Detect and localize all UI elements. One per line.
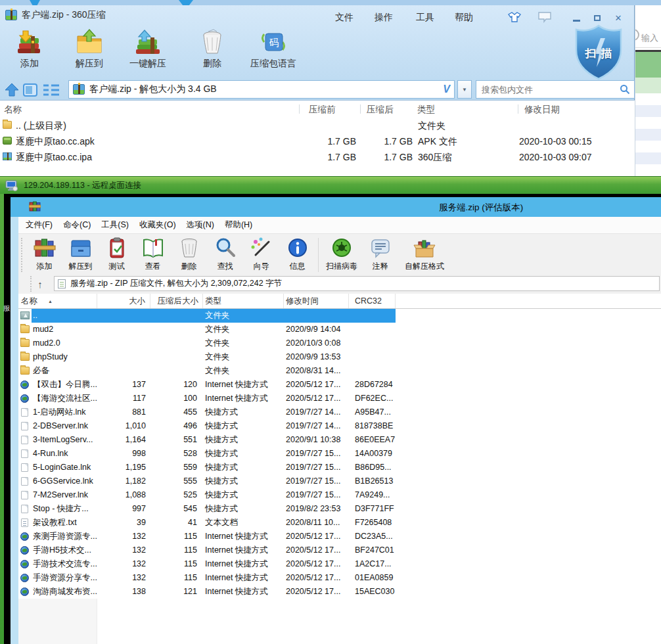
address-bar[interactable]: 客户端.zip - 解包大小为 3.4 GB V (68, 80, 455, 99)
up-icon[interactable] (4, 82, 20, 98)
col-type[interactable]: 类型 (203, 294, 284, 308)
table-row[interactable]: 手游资源分享专... 132 115 Internet 快捷方式 2020/5/… (18, 571, 661, 585)
file-size: 132 (97, 530, 150, 543)
rar-delete-label: 删除 (181, 261, 197, 272)
rar-test-button[interactable]: 测试 (99, 237, 135, 272)
col-date[interactable]: 修改日期 (524, 104, 560, 116)
minimize-button[interactable] (568, 12, 585, 24)
menu-commands[interactable]: 命令(C) (58, 219, 96, 231)
winrar-address-bar[interactable]: 服务端.zip - ZIP 压缩文件, 解包大小为 2,309,072,242 … (54, 276, 660, 291)
rdp-titlebar[interactable]: 129.204.189.113 - 远程桌面连接 (0, 176, 661, 194)
file-packed-size: 555 (150, 474, 203, 488)
table-row[interactable]: 架设教程.txt 39 41 文本文档 2020/8/11 10... F726… (18, 516, 661, 530)
file-name: 【海游交流社区... (18, 392, 97, 405)
titlebar-360[interactable]: 客户端.zip - 360压缩 文件 操作 工具 帮助 ✕ (0, 5, 634, 25)
rar-sfx-button[interactable]: 自解压格式 (398, 237, 451, 272)
menu-file[interactable]: 文件(F) (20, 219, 58, 231)
winrar-titlebar[interactable]: 服务端.zip (评估版本) (11, 197, 661, 217)
rar-virusscan-icon (330, 237, 353, 260)
archive-language-button[interactable]: 码 压缩包语言 (240, 28, 306, 70)
panel-view-icon[interactable] (22, 82, 38, 98)
table-row[interactable]: 7-M2Server.lnk 1,088 525 快捷方式 2019/7/27 … (18, 488, 661, 502)
feedback-icon[interactable] (537, 11, 552, 23)
rar-info-button[interactable]: 信息 (279, 237, 315, 272)
col-name[interactable]: 名称 (4, 104, 22, 116)
table-row[interactable]: 5-LoginGate.lnk 1,195 559 快捷方式 2019/7/27… (18, 461, 661, 474)
search-input[interactable] (480, 84, 620, 95)
search-icon[interactable] (620, 84, 630, 95)
file-crc32 (349, 323, 396, 336)
extract-to-button[interactable]: 解压到 (66, 28, 113, 70)
table-row[interactable]: mud2 文件夹 2020/9/9 14:04 (18, 323, 661, 336)
file-modified: 2020/5/12 17... (284, 543, 349, 557)
table-row[interactable]: 【双击】今日腾... 137 120 Internet 快捷方式 2020/5/… (18, 378, 661, 392)
menu-operation[interactable]: 操作 (375, 12, 393, 24)
col-crc32[interactable]: CRC32 (349, 294, 396, 308)
rar-comment-button[interactable]: 注释 (362, 237, 398, 272)
rar-delete-button[interactable]: 删除 (171, 237, 207, 272)
shirt-skin-icon[interactable] (507, 11, 522, 23)
delete-button[interactable]: 删除 (191, 28, 234, 70)
menu-help[interactable]: 帮助 (455, 12, 473, 24)
file-crc32: 15AEC030 (349, 585, 396, 599)
col-packed[interactable]: 压缩后大小 (150, 294, 203, 308)
table-row[interactable]: 逐鹿中原tao.cc.ipa 1.7 GB 1.7 GB 360压缩 2020-… (0, 149, 635, 165)
table-row[interactable]: Stop - 快捷方... 997 545 快捷方式 2019/8/2 23:5… (18, 502, 661, 516)
background-window-sliver: 输入 (635, 5, 661, 176)
one-key-extract-icon (133, 28, 162, 57)
rar-find-button[interactable]: 查找 (207, 237, 243, 272)
add-icon (15, 28, 44, 57)
col-size[interactable]: 大小 (97, 294, 150, 308)
table-row[interactable]: 3-ItemLogServ... 1,164 551 快捷方式 2020/9/1… (18, 433, 661, 447)
col-name[interactable]: 名称▲ (18, 294, 97, 308)
rar-view-button[interactable]: 查看 (135, 237, 171, 272)
menu-help[interactable]: 帮助(H) (219, 219, 258, 231)
table-row[interactable]: mud2.0 文件夹 2020/10/3 0:08 (18, 336, 661, 350)
table-row[interactable]: 4-Run.lnk 998 528 快捷方式 2019/7/27 15... 1… (18, 447, 661, 461)
col-before[interactable]: 压缩前 (309, 104, 336, 116)
table-row[interactable]: 2-DBServer.lnk 1,010 496 快捷方式 2019/7/27 … (18, 419, 661, 433)
search-box[interactable] (476, 80, 635, 99)
table-row[interactable]: 1-启动网站.lnk 881 455 快捷方式 2019/7/27 14... … (18, 405, 661, 419)
toolbar-grip[interactable] (21, 238, 26, 272)
table-row[interactable]: 必备 文件夹 2020/8/31 14... (18, 364, 661, 378)
file-crc32: 01EA0859 (349, 571, 396, 585)
table-row[interactable]: 【海游交流社区... 117 100 Internet 快捷方式 2020/5/… (18, 392, 661, 405)
menu-favorites[interactable]: 收藏夹(O) (134, 219, 181, 231)
lnk-icon (21, 505, 28, 513)
up-button[interactable]: ↑ (30, 276, 49, 292)
table-row[interactable]: 逐鹿中原tao.cc.apk 1.7 GB 1.7 GB APK 文件 2020… (0, 133, 635, 149)
table-row[interactable]: .. 文件夹 (18, 309, 661, 323)
table-row[interactable]: 亲测手游资源专... 132 115 Internet 快捷方式 2020/5/… (18, 530, 661, 543)
menu-file[interactable]: 文件 (335, 12, 353, 24)
table-row[interactable]: phpStudy 文件夹 2020/9/9 13:53 (18, 350, 661, 364)
menu-tools[interactable]: 工具 (416, 12, 434, 24)
file-modified (284, 309, 349, 323)
list-view-icon[interactable] (42, 82, 60, 98)
address-dropdown-button[interactable]: ▼ (457, 80, 472, 99)
rar-virusscan-button[interactable]: 扫描病毒 (321, 237, 362, 272)
add-button[interactable]: 添加 (9, 28, 50, 70)
col-after[interactable]: 压缩后 (367, 104, 394, 116)
file-packed-size: 525 (150, 488, 203, 502)
menu-options[interactable]: 选项(N) (181, 219, 219, 231)
file-size (97, 309, 150, 323)
rar-extract-to-button[interactable]: 解压到 (62, 237, 99, 272)
table-row[interactable]: 手游H5技术交... 132 115 Internet 快捷方式 2020/5/… (18, 543, 661, 557)
table-row[interactable]: 淘游商城发布资... 138 121 Internet 快捷方式 2020/5/… (18, 585, 661, 599)
rar-add-button[interactable]: 添加 (26, 237, 62, 272)
file-crc32: DF62EC... (349, 392, 396, 405)
rar-wizard-button[interactable]: 向导 (243, 237, 279, 272)
rdp-monitor-icon (5, 180, 18, 191)
table-row[interactable]: 手游技术交流专... 132 115 Internet 快捷方式 2020/5/… (18, 557, 661, 571)
table-row[interactable]: .. (上级目录) 文件夹 (0, 118, 635, 133)
file-modified: 2020/5/12 17... (284, 530, 349, 543)
rdp-left-border (0, 194, 4, 644)
maximize-button[interactable] (589, 12, 606, 24)
close-button[interactable]: ✕ (610, 12, 627, 24)
menu-tools[interactable]: 工具(S) (96, 219, 134, 231)
one-key-extract-button[interactable]: 一键解压 (118, 28, 177, 70)
table-row[interactable]: 6-GGService.lnk 1,182 555 快捷方式 2019/7/27… (18, 474, 661, 488)
col-modified[interactable]: 修改时间 (284, 294, 349, 308)
scan-shield-button[interactable]: 扫描 (573, 24, 624, 81)
